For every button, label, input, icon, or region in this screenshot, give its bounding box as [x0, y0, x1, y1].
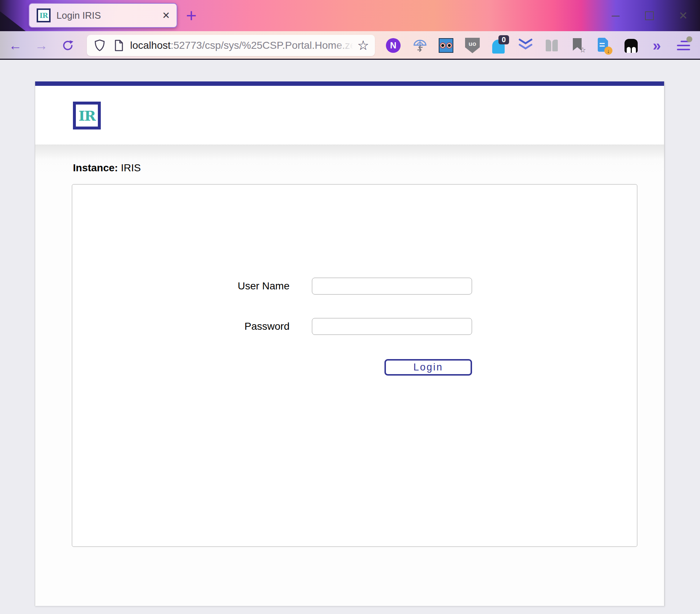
login-button[interactable]: Login	[384, 359, 472, 376]
window-minimize-button[interactable]: ─	[599, 0, 633, 31]
url-bar[interactable]: localhost:52773/csp/sys/%25CSP.Portal.Ho…	[87, 35, 375, 56]
bookmark-star-icon[interactable]: ☆	[357, 39, 369, 52]
back-button[interactable]: ←	[5, 31, 26, 60]
extension-ghost-icon[interactable]: 0	[491, 37, 508, 54]
toolbar-overflow-button[interactable]: »	[649, 37, 665, 54]
bookmark-flag-icon: ☆	[571, 38, 585, 53]
instance-value: IRIS	[121, 162, 141, 173]
window-maximize-button[interactable]	[633, 0, 666, 31]
browser-tab[interactable]: IR Login IRIS ✕	[29, 3, 177, 28]
hamburger-menu-icon	[677, 40, 692, 51]
extension-n-icon[interactable]: N	[385, 37, 401, 54]
username-row: User Name	[72, 278, 637, 295]
n-badge-icon: N	[386, 38, 401, 53]
maximize-icon	[645, 11, 654, 20]
document-download-icon: ↓	[597, 38, 610, 53]
extension-ublock-icon[interactable]: uo	[464, 37, 480, 54]
ghost-icon: 0	[491, 37, 508, 54]
password-label: Password	[72, 321, 290, 332]
brand-top-bar	[35, 81, 664, 86]
ublock-shield-icon: uo	[465, 38, 480, 53]
window-close-button[interactable]: ✕	[666, 0, 700, 31]
password-row: Password	[72, 318, 637, 335]
login-page-card: IR Instance: IRIS User Name Password Log…	[35, 81, 664, 606]
extension-bookmark-manager-icon[interactable]: ☆	[570, 37, 586, 54]
extension-black-cat-icon[interactable]	[623, 37, 639, 54]
page-header: IR	[35, 86, 664, 145]
username-label: User Name	[72, 280, 290, 292]
iris-logo-icon: IR	[73, 102, 101, 129]
double-chevron-right-icon: »	[653, 37, 661, 54]
instance-line: Instance: IRIS	[35, 145, 664, 174]
page-body: Instance: IRIS User Name Password Login	[35, 145, 664, 606]
extension-globe-icon[interactable]	[412, 37, 428, 54]
open-book-icon	[546, 40, 558, 51]
extension-save-page-icon[interactable]: ↓	[596, 37, 612, 54]
url-host: localhost	[130, 40, 171, 51]
browser-titlebar: IR Login IRIS ✕ + ─ ✕	[0, 0, 700, 31]
forward-button[interactable]: →	[31, 31, 52, 60]
url-text[interactable]: localhost:52773/csp/sys/%25CSP.Portal.Ho…	[130, 40, 357, 51]
menu-notification-dot	[686, 36, 692, 42]
app-menu-button[interactable]	[676, 37, 692, 54]
googly-eyes-icon	[439, 38, 453, 53]
username-input[interactable]	[312, 278, 472, 295]
browser-navbar: ← → localhost:52773/csp/sys/%25CSP.Porta…	[0, 31, 700, 60]
shield-icon[interactable]	[93, 39, 106, 52]
globe-umbrella-icon	[412, 38, 428, 53]
reload-button[interactable]	[58, 31, 78, 60]
ghost-badge: 0	[498, 35, 509, 44]
black-cat-icon	[624, 38, 638, 53]
window-controls: ─ ✕	[599, 0, 700, 31]
password-input[interactable]	[312, 318, 472, 335]
extension-double-chevron-icon[interactable]	[517, 37, 534, 54]
reload-icon	[62, 39, 74, 52]
login-form-box: User Name Password Login	[72, 184, 637, 547]
page-viewport: IR Instance: IRIS User Name Password Log…	[0, 60, 700, 613]
extension-googly-eyes-icon[interactable]	[438, 37, 454, 54]
instance-label: Instance:	[73, 162, 118, 173]
tab-close-icon[interactable]: ✕	[162, 10, 170, 21]
extension-reading-list-icon[interactable]	[544, 37, 560, 54]
page-info-icon[interactable]	[113, 39, 125, 52]
url-path: :52773/csp/sys/%25CSP.Portal.Home.zen	[171, 40, 357, 51]
new-tab-button[interactable]: +	[180, 1, 202, 30]
url-fade	[335, 40, 357, 51]
double-chevron-down-icon	[518, 38, 533, 53]
tab-favicon-icon: IR	[37, 8, 51, 22]
tab-title: Login IRIS	[56, 10, 101, 21]
